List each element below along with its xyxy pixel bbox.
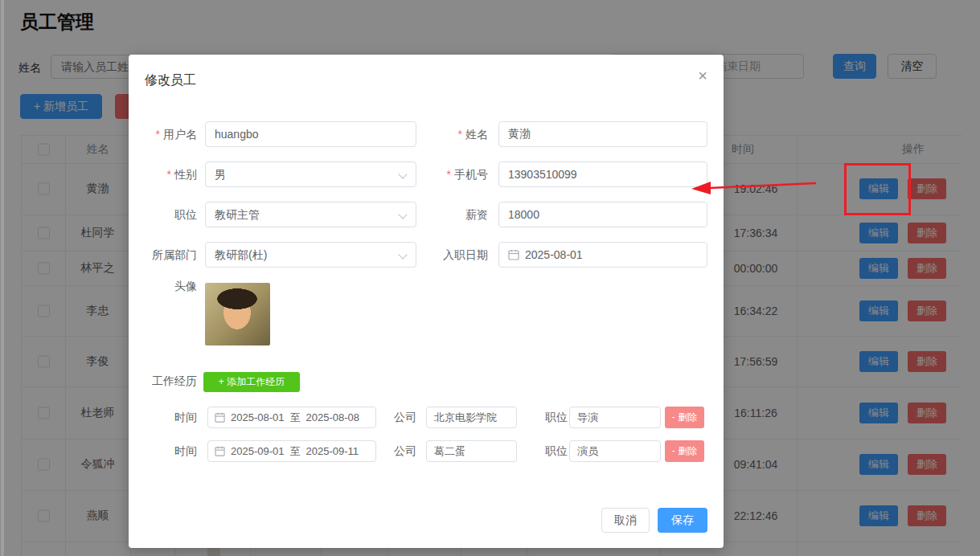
we-range-separator: 至 bbox=[290, 411, 301, 425]
hire-date-value: 2025-08-01 bbox=[525, 248, 583, 261]
annotation-arrow bbox=[691, 176, 820, 198]
chevron-down-icon bbox=[398, 250, 407, 259]
scrollbar[interactable] bbox=[1, 0, 4, 556]
we-company-input[interactable] bbox=[426, 407, 517, 428]
we-company-label: 公司 bbox=[394, 407, 416, 428]
we-delete-button[interactable]: - 删除 bbox=[665, 407, 704, 428]
we-start-date: 2025-09-01 bbox=[231, 445, 285, 457]
position-label: 职位 bbox=[129, 202, 197, 227]
department-label: 所属部门 bbox=[129, 242, 197, 268]
department-select[interactable]: 教研部(杜) bbox=[205, 242, 416, 268]
department-value: 教研部(杜) bbox=[215, 248, 267, 261]
calendar-icon bbox=[215, 446, 225, 456]
chevron-down-icon bbox=[398, 210, 407, 219]
required-mark: * bbox=[167, 168, 171, 181]
calendar-icon bbox=[508, 249, 519, 260]
edit-button-highlight-box bbox=[844, 163, 911, 215]
gender-select[interactable]: 男 bbox=[205, 161, 416, 187]
required-mark: * bbox=[156, 128, 160, 141]
cancel-button[interactable]: 取消 bbox=[601, 508, 650, 533]
gender-value: 男 bbox=[215, 168, 226, 181]
hire-date-label: 入职日期 bbox=[420, 242, 488, 268]
we-time-label: 时间 bbox=[174, 407, 197, 428]
we-position-input[interactable] bbox=[569, 440, 661, 462]
position-value: 教研主管 bbox=[215, 208, 260, 221]
avatar-image[interactable] bbox=[205, 283, 270, 345]
we-position-input[interactable] bbox=[569, 407, 661, 428]
we-delete-button[interactable]: - 删除 bbox=[665, 440, 704, 462]
required-mark: * bbox=[458, 128, 462, 141]
we-company-label: 公司 bbox=[394, 440, 416, 462]
avatar-label: 头像 bbox=[129, 278, 197, 294]
close-icon[interactable]: × bbox=[698, 67, 707, 84]
employee-management-page: 员工管理 姓名 结束日期 查询 清空 + 新增员工 姓名 时间 操作 黄渤 19… bbox=[0, 0, 980, 556]
calendar-icon bbox=[215, 412, 225, 423]
salary-input[interactable] bbox=[498, 202, 707, 227]
we-date-range-picker[interactable]: 2025-08-01 至 2025-08-08 bbox=[207, 407, 376, 428]
add-work-exp-button[interactable]: + 添加工作经历 bbox=[203, 372, 300, 392]
phone-label: *手机号 bbox=[420, 161, 488, 187]
we-end-date: 2025-08-08 bbox=[306, 411, 360, 423]
username-input[interactable] bbox=[205, 121, 416, 147]
we-start-date: 2025-08-01 bbox=[231, 411, 285, 423]
name-input[interactable] bbox=[498, 121, 707, 147]
work-exp-label: 工作经历 bbox=[129, 370, 197, 392]
edit-employee-modal: 修改员工 × *用户名 *姓名 *性别 男 *手机号 职位 教研主管 bbox=[129, 55, 724, 548]
we-date-range-picker[interactable]: 2025-09-01 至 2025-09-11 bbox=[207, 440, 376, 462]
gender-label: *性别 bbox=[129, 161, 197, 187]
hire-date-picker[interactable]: 2025-08-01 bbox=[498, 242, 707, 268]
we-time-label: 时间 bbox=[174, 440, 197, 462]
username-label: *用户名 bbox=[129, 121, 197, 147]
work-exp-row: 时间 2025-08-01 至 2025-08-08 公司 职位 - 删除 bbox=[129, 407, 724, 428]
chevron-down-icon bbox=[398, 170, 407, 178]
we-position-label: 职位 bbox=[545, 407, 568, 428]
save-button[interactable]: 保存 bbox=[658, 508, 707, 533]
name-label: *姓名 bbox=[420, 121, 488, 147]
required-mark: * bbox=[447, 168, 451, 181]
salary-label: 薪资 bbox=[420, 202, 488, 227]
we-position-label: 职位 bbox=[545, 440, 568, 462]
we-company-input[interactable] bbox=[426, 440, 517, 462]
work-exp-row: 时间 2025-09-01 至 2025-09-11 公司 职位 - 删除 bbox=[129, 440, 724, 462]
we-range-separator: 至 bbox=[290, 444, 301, 459]
we-end-date: 2025-09-11 bbox=[306, 445, 359, 457]
position-select[interactable]: 教研主管 bbox=[205, 202, 416, 227]
phone-input[interactable] bbox=[498, 161, 707, 187]
modal-title: 修改员工 bbox=[145, 72, 196, 89]
